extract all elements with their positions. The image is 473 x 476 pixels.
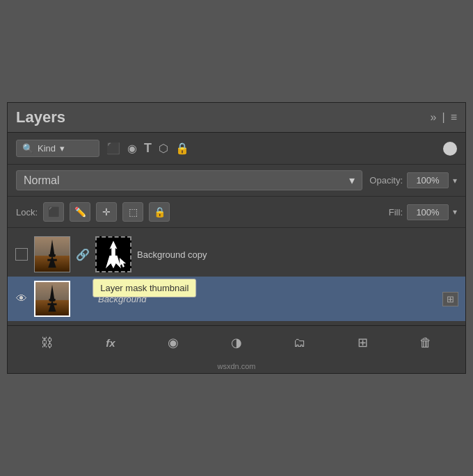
lock-artboard-btn[interactable]: ⬚ bbox=[122, 202, 143, 222]
layers-panel: Layers » | ≡ 🔍 Kind ⬛ ◉ T ⬡ 🔒 bbox=[7, 102, 466, 374]
menu-icon[interactable]: ≡ bbox=[451, 111, 457, 124]
layer-row[interactable]: 🔗 Layer mask thumbnail Bac bbox=[8, 232, 465, 277]
visibility-toggle[interactable]: 👁 bbox=[15, 292, 29, 306]
svg-rect-5 bbox=[47, 259, 56, 261]
blend-chevron bbox=[349, 174, 355, 187]
lock-pixels-btn[interactable]: ⬛ bbox=[43, 202, 64, 222]
kind-dropdown[interactable]: 🔍 Kind bbox=[16, 140, 99, 157]
blend-mode-label: Normal bbox=[24, 174, 60, 187]
mask-thumbnail[interactable] bbox=[95, 236, 131, 272]
header-icons: » | ≡ bbox=[431, 111, 457, 124]
fill-group: Fill: 100% bbox=[389, 204, 457, 220]
circle-filter-icon[interactable]: ◉ bbox=[127, 142, 137, 155]
opacity-chevron[interactable] bbox=[453, 176, 457, 186]
lock-badge: ⊞ bbox=[442, 292, 458, 306]
blend-bar: Normal Opacity: 100% bbox=[8, 165, 465, 197]
filter-bar: 🔍 Kind ⬛ ◉ T ⬡ 🔒 bbox=[8, 133, 465, 165]
watermark: wsxdn.com bbox=[8, 359, 465, 373]
transform-filter-icon[interactable]: ⬡ bbox=[159, 142, 168, 155]
layer-thumbnail bbox=[34, 236, 70, 272]
svg-rect-9 bbox=[111, 247, 115, 256]
svg-rect-17 bbox=[49, 299, 55, 301]
layer-row[interactable]: 👁 bbox=[8, 277, 465, 321]
opacity-label: Opacity: bbox=[369, 175, 403, 186]
adjustment-button[interactable]: ◑ bbox=[225, 331, 248, 354]
bottom-toolbar: ⛓ fx ◉ ◑ 🗂 ⊞ 🗑 bbox=[8, 325, 465, 359]
fill-label: Fill: bbox=[389, 207, 403, 218]
folder-button[interactable]: 🗂 bbox=[289, 331, 311, 354]
svg-rect-16 bbox=[48, 303, 57, 305]
forward-icon[interactable]: » bbox=[431, 111, 437, 124]
opacity-group: Opacity: 100% bbox=[369, 172, 457, 188]
kind-chevron bbox=[60, 143, 65, 154]
text-filter-icon[interactable]: T bbox=[144, 141, 152, 156]
filter-icons: ⬛ ◉ T ⬡ 🔒 bbox=[106, 141, 189, 156]
mask-thumbnail-wrap: Layer mask thumbnail bbox=[95, 236, 131, 272]
fill-chevron[interactable] bbox=[453, 207, 457, 217]
search-icon: 🔍 bbox=[22, 143, 33, 154]
lock-position-btn[interactable]: ✛ bbox=[96, 202, 117, 222]
filter-toggle[interactable] bbox=[443, 142, 457, 156]
link-icon: 🔗 bbox=[76, 248, 90, 261]
panel-header: Layers » | ≡ bbox=[8, 103, 465, 133]
layer-name: Background copy bbox=[137, 249, 458, 260]
delete-button[interactable]: 🗑 bbox=[415, 331, 437, 354]
lock-bar: Lock: ⬛ ✏️ ✛ ⬚ 🔒 Fill: 100% bbox=[8, 197, 465, 228]
new-layer-button[interactable]: ⊞ bbox=[351, 331, 374, 354]
mask-tooltip: Layer mask thumbnail bbox=[93, 279, 196, 297]
lock-label: Lock: bbox=[16, 207, 38, 218]
lock-all-btn[interactable]: 🔒 bbox=[149, 202, 170, 222]
add-mask-button[interactable]: ◉ bbox=[162, 331, 184, 354]
visibility-toggle[interactable] bbox=[15, 247, 29, 261]
kind-label: Kind bbox=[38, 143, 56, 154]
opacity-input[interactable]: 100% bbox=[407, 172, 449, 188]
fx-button[interactable]: fx bbox=[99, 331, 122, 354]
fill-input[interactable]: 100% bbox=[407, 204, 449, 220]
panel-title: Layers bbox=[16, 108, 65, 126]
layers-list: 🔗 Layer mask thumbnail Bac bbox=[8, 228, 465, 325]
layer-thumbnail bbox=[34, 281, 70, 317]
blend-mode-dropdown[interactable]: Normal bbox=[16, 170, 362, 190]
link-layers-button[interactable]: ⛓ bbox=[36, 331, 58, 354]
lock-image-btn[interactable]: ✏️ bbox=[70, 202, 90, 222]
svg-rect-6 bbox=[49, 254, 56, 256]
lock-filter-icon[interactable]: 🔒 bbox=[175, 142, 189, 155]
image-filter-icon[interactable]: ⬛ bbox=[106, 142, 120, 155]
